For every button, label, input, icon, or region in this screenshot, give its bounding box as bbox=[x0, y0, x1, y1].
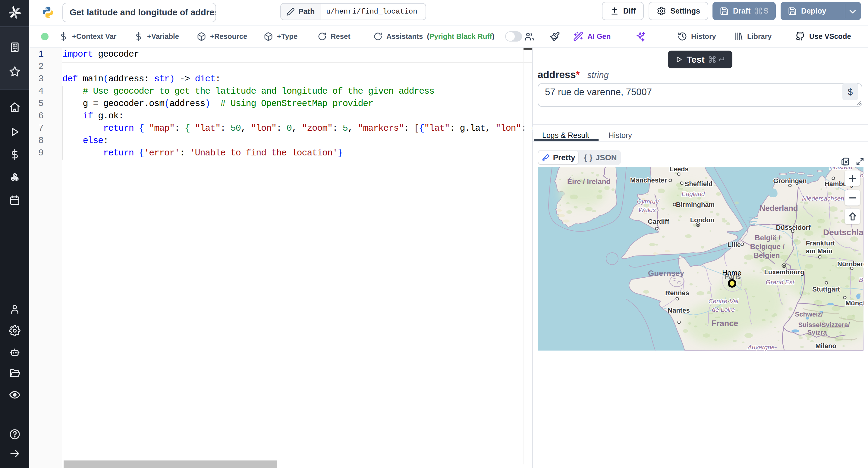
svg-text:Home: Home bbox=[722, 269, 741, 277]
svg-text:France: France bbox=[712, 319, 738, 328]
svg-text:am Main: am Main bbox=[806, 247, 832, 255]
svg-text:München: München bbox=[845, 299, 864, 307]
svg-text:Groningen: Groningen bbox=[773, 177, 807, 185]
svg-text:Wales: Wales bbox=[638, 206, 656, 213]
svg-text:Svizra: Svizra bbox=[807, 329, 827, 336]
svg-text:Nantes: Nantes bbox=[668, 307, 689, 314]
svg-text:Grand Est: Grand Est bbox=[766, 278, 795, 286]
svg-text:Éire / Ireland: Éire / Ireland bbox=[567, 177, 611, 186]
svg-text:Nederland: Nederland bbox=[760, 204, 798, 212]
svg-text:Centre-Val: Centre-Val bbox=[708, 298, 739, 304]
svg-text:Suisse/Svizzera/: Suisse/Svizzera/ bbox=[798, 321, 849, 329]
svg-text:Niedersachsen: Niedersachsen bbox=[802, 195, 844, 202]
svg-text:Bay: Bay bbox=[859, 276, 864, 283]
svg-text:England: England bbox=[681, 190, 705, 197]
svg-text:Auvergne-: Auvergne- bbox=[747, 344, 777, 350]
svg-text:Sheffield: Sheffield bbox=[685, 180, 713, 188]
svg-text:Milano: Milano bbox=[815, 342, 836, 349]
svg-text:Rennes: Rennes bbox=[665, 289, 689, 297]
svg-text:Deutschlan: Deutschlan bbox=[823, 228, 864, 237]
svg-text:Schweiz/: Schweiz/ bbox=[795, 310, 823, 318]
svg-text:de Loire: de Loire bbox=[712, 306, 735, 313]
svg-text:Cymru /: Cymru / bbox=[637, 198, 660, 205]
svg-text:Belgique /: Belgique / bbox=[750, 242, 785, 250]
svg-text:Nürnberg: Nürnberg bbox=[837, 260, 864, 268]
svg-text:Stuttgart: Stuttgart bbox=[812, 286, 840, 293]
svg-text:Lille: Lille bbox=[727, 241, 741, 248]
svg-text:België /: België / bbox=[755, 234, 781, 242]
svg-text:Belgien: Belgien bbox=[754, 251, 780, 259]
svg-text:Guernsey: Guernsey bbox=[648, 269, 684, 278]
svg-text:Leeds: Leeds bbox=[670, 167, 689, 173]
svg-text:London: London bbox=[690, 216, 715, 224]
svg-text:Frankfurt: Frankfurt bbox=[806, 239, 835, 247]
svg-text:Manchester: Manchester bbox=[630, 176, 667, 184]
svg-text:Luxembourg: Luxembourg bbox=[764, 268, 804, 276]
svg-text:Cardiff: Cardiff bbox=[648, 218, 670, 225]
svg-text:Birmingham: Birmingham bbox=[676, 201, 715, 208]
